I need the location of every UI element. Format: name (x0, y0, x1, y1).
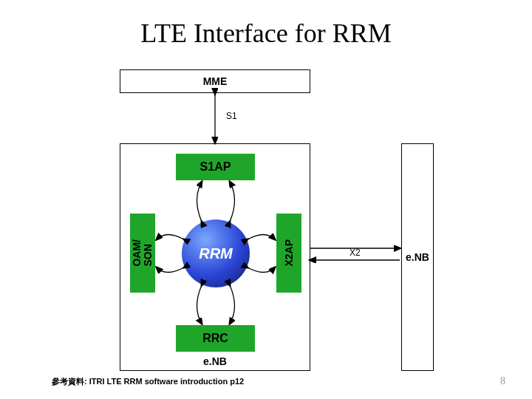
slide: LTE Interface for RRM MME e.NB e.NB S1AP… (0, 0, 532, 399)
architecture-diagram: MME e.NB e.NB S1AP RRC OAM/ SON X2AP (122, 69, 440, 372)
slide-number: 8 (500, 375, 505, 387)
edge-x2-label: X2 (349, 248, 361, 258)
edge-rrm-s1ap-l (197, 182, 202, 222)
edge-rrm-oam-t (157, 235, 184, 240)
edge-rrm-x2ap-t (248, 235, 275, 240)
edge-rrm-oam-b (157, 267, 184, 273)
edge-rrm-x2ap-b (248, 267, 275, 273)
slide-title: LTE Interface for RRM (0, 18, 532, 49)
edge-rrm-s1ap-r (230, 182, 235, 222)
footnote: 參考資料: ITRI LTE RRM software introduction… (52, 376, 244, 387)
edge-rrm-rrc-l (197, 285, 202, 324)
edge-s1-label: S1 (226, 111, 237, 121)
edge-rrm-rrc-r (230, 285, 235, 324)
connectors (122, 69, 440, 372)
